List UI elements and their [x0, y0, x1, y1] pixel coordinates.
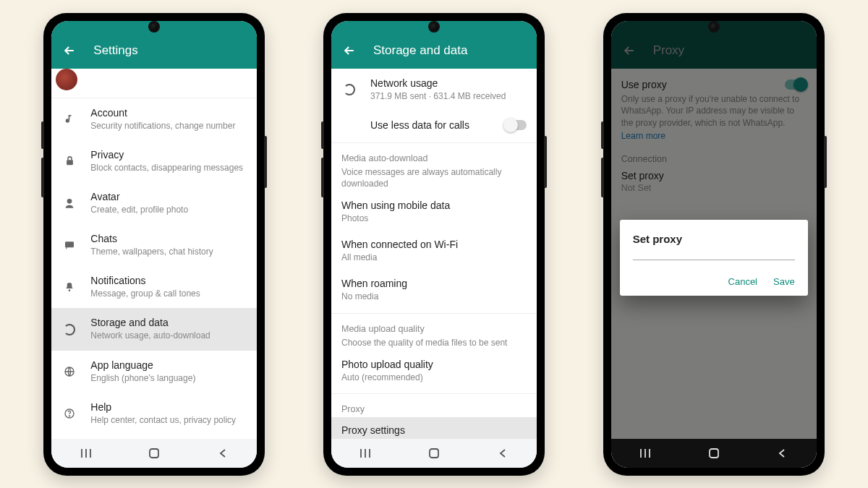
set-proxy-dialog: Set proxy Cancel Save — [620, 220, 808, 296]
phone-settings: Settings Account Security notifications,… — [43, 13, 265, 476]
item-sub: Create, edit, profile photo — [90, 204, 247, 215]
header-title: Settings — [93, 43, 137, 58]
android-navbar — [611, 439, 817, 468]
phone-storage-data: Storage and data Network usage 371.9 MB … — [323, 13, 545, 476]
dialog-title: Set proxy — [633, 233, 795, 245]
phone-proxy: Proxy Use proxy Only use a proxy if you'… — [603, 13, 825, 476]
settings-item-avatar[interactable]: Avatar Create, edit, profile photo — [51, 182, 257, 224]
item-sub: Theme, wallpapers, chat history — [90, 246, 247, 257]
item-title: Network usage — [370, 77, 527, 89]
settings-item-language[interactable]: App language English (phone's language) — [51, 351, 257, 393]
item-sub: Message, group & call tones — [90, 288, 247, 299]
item-title: Avatar — [90, 191, 247, 202]
back-button[interactable] — [771, 448, 793, 458]
item-sub: No media — [341, 291, 527, 302]
section-media-sub: Voice messages are always automatically … — [331, 166, 537, 192]
item-title: Account — [90, 107, 247, 119]
back-arrow-icon[interactable] — [341, 43, 357, 59]
item-title: Notifications — [90, 275, 247, 286]
item-title: When using mobile data — [341, 200, 527, 211]
item-title: When connected on Wi-Fi — [341, 239, 527, 250]
svg-rect-5 — [65, 241, 74, 247]
svg-rect-23 — [710, 449, 718, 458]
data-usage-icon — [341, 84, 357, 95]
svg-rect-3 — [67, 160, 73, 166]
recents-button[interactable] — [354, 448, 376, 458]
item-sub: Auto (recommended) — [341, 372, 527, 383]
less-data-toggle[interactable] — [505, 120, 527, 130]
svg-rect-2 — [69, 115, 72, 116]
proxy-settings-row[interactable]: Proxy settings Off — [331, 417, 537, 439]
media-wifi-row[interactable]: When connected on Wi-Fi All media — [331, 231, 537, 270]
globe-icon — [61, 366, 77, 377]
svg-point-9 — [69, 416, 70, 416]
recents-button[interactable] — [634, 448, 656, 458]
less-data-row[interactable]: Use less data for calls — [331, 111, 537, 140]
lock-icon — [61, 155, 77, 166]
key-icon — [61, 114, 77, 125]
proxy-input[interactable] — [633, 260, 795, 260]
back-button[interactable] — [212, 448, 234, 458]
item-sub: Photos — [341, 213, 527, 224]
home-button[interactable] — [703, 448, 725, 459]
svg-rect-15 — [150, 449, 158, 458]
svg-point-6 — [69, 290, 71, 292]
section-proxy: Proxy — [331, 394, 537, 417]
media-roaming-row[interactable]: When roaming No media — [331, 270, 537, 309]
settings-item-storage[interactable]: Storage and data Network usage, auto-dow… — [51, 308, 257, 350]
section-media-download: Media auto-download — [331, 143, 537, 166]
item-title: Storage and data — [90, 317, 247, 328]
save-button[interactable]: Save — [773, 276, 795, 287]
item-title: Proxy settings — [341, 424, 527, 436]
bell-icon — [61, 281, 77, 293]
home-button[interactable] — [423, 448, 445, 459]
chat-icon — [61, 239, 77, 251]
home-button[interactable] — [143, 448, 165, 459]
back-arrow-icon[interactable] — [61, 43, 77, 59]
settings-item-privacy[interactable]: Privacy Block contacts, disappearing mes… — [51, 140, 257, 182]
settings-list: Account Security notifications, change n… — [51, 69, 257, 439]
data-usage-icon — [61, 324, 77, 335]
android-navbar — [51, 439, 257, 468]
item-title: Privacy — [90, 149, 247, 160]
item-sub: Security notifications, change number — [90, 120, 247, 132]
item-sub: English (phone's language) — [90, 372, 247, 384]
section-upload-quality: Media upload quality — [331, 314, 537, 337]
item-sub: All media — [341, 252, 527, 263]
item-title: Chats — [90, 233, 247, 244]
item-title: When roaming — [341, 278, 527, 289]
settings-item-notifications[interactable]: Notifications Message, group & call tone… — [51, 266, 257, 308]
item-title: Help — [90, 401, 247, 413]
back-button[interactable] — [492, 448, 514, 458]
settings-item-account[interactable]: Account Security notifications, change n… — [51, 98, 257, 140]
settings-item-chats[interactable]: Chats Theme, wallpapers, chat history — [51, 224, 257, 266]
network-usage-row[interactable]: Network usage 371.9 MB sent · 631.4 MB r… — [331, 69, 537, 111]
item-sub: Help center, contact us, privacy policy — [90, 414, 247, 426]
item-title: App language — [90, 359, 247, 371]
avatar-icon — [61, 197, 77, 209]
recents-button[interactable] — [75, 448, 97, 458]
item-title: Photo upload quality — [341, 359, 527, 370]
item-title: Use less data for calls — [370, 119, 492, 131]
cancel-button[interactable]: Cancel — [728, 276, 757, 287]
section-upload-sub: Choose the quality of media files to be … — [331, 337, 537, 351]
item-sub: Block contacts, disappearing messages — [90, 162, 247, 174]
help-icon — [61, 408, 77, 419]
svg-point-4 — [67, 199, 72, 204]
profile-avatar[interactable] — [56, 69, 77, 90]
settings-item-help[interactable]: Help Help center, contact us, privacy po… — [51, 393, 257, 435]
upload-quality-row[interactable]: Photo upload quality Auto (recommended) — [331, 351, 537, 390]
item-sub: 371.9 MB sent · 631.4 MB received — [370, 90, 527, 102]
storage-list: Network usage 371.9 MB sent · 631.4 MB r… — [331, 69, 537, 439]
media-mobile-row[interactable]: When using mobile data Photos — [331, 192, 537, 231]
item-sub: Network usage, auto-download — [90, 330, 247, 341]
android-navbar — [331, 439, 537, 468]
header-title: Storage and data — [373, 43, 467, 58]
svg-rect-19 — [430, 449, 438, 458]
